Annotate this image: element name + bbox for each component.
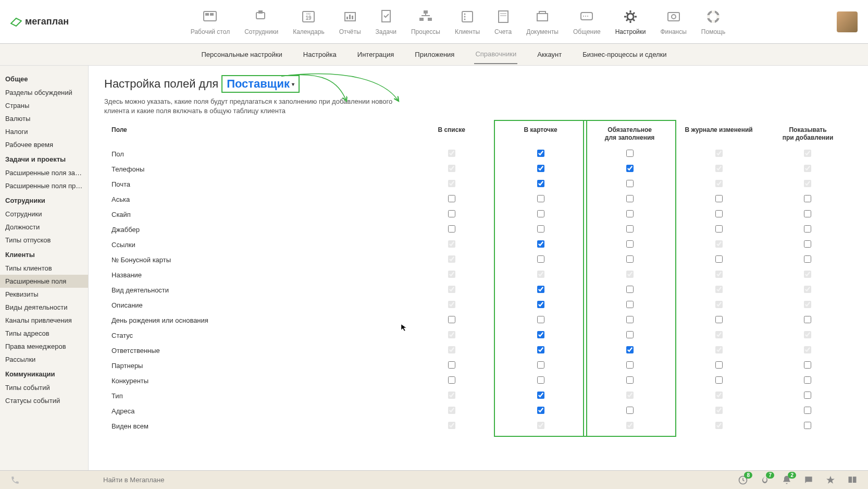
checkbox-c3[interactable] [626, 240, 634, 248]
checkbox-c3[interactable] [626, 165, 634, 172]
checkbox-c3[interactable] [626, 180, 634, 187]
checkbox-c2[interactable] [537, 376, 544, 384]
sidebar-item-Валюты[interactable]: Валюты [0, 112, 88, 125]
topnav-Рабочий стол[interactable]: Рабочий стол [191, 8, 230, 35]
checkbox-c2[interactable] [537, 316, 544, 323]
subtab-Настройка[interactable]: Настройка [302, 45, 338, 64]
checkbox-c2[interactable] [537, 210, 544, 217]
sidebar-item-Типы событий[interactable]: Типы событий [0, 381, 88, 394]
checkbox-c2[interactable] [537, 361, 544, 369]
checkbox-c2[interactable] [537, 150, 544, 157]
checkbox-c2[interactable] [537, 165, 544, 172]
checkbox-c3[interactable] [626, 195, 634, 202]
subtab-Бизнес-процессы и сделки[interactable]: Бизнес-процессы и сделки [581, 45, 667, 64]
sidebar-item-Должности[interactable]: Должности [0, 221, 88, 234]
checkbox-c4[interactable] [715, 225, 723, 233]
checkbox-c5[interactable] [804, 240, 811, 248]
checkbox-c2[interactable] [537, 180, 544, 187]
sidebar-item-Расширенные поля задач[interactable]: Расширенные поля задач [0, 166, 88, 179]
checkbox-c3[interactable] [626, 361, 634, 369]
checkbox-c5[interactable] [804, 392, 811, 399]
sidebar-item-Страны[interactable]: Страны [0, 99, 88, 112]
checkbox-c3[interactable] [626, 286, 634, 293]
sidebar-item-Каналы привлечения[interactable]: Каналы привлечения [0, 314, 88, 327]
sidebar-item-Налоги[interactable]: Налоги [0, 125, 88, 138]
topnav-Сотрудники[interactable]: Сотрудники [244, 8, 278, 35]
checkbox-c5[interactable] [804, 316, 811, 323]
sidebar-item-Рабочее время[interactable]: Рабочее время [0, 138, 88, 151]
checkbox-c2[interactable] [537, 195, 544, 202]
topnav-Помощь[interactable]: Помощь [701, 8, 725, 35]
checkbox-c4[interactable] [715, 376, 723, 384]
checkbox-c5[interactable] [804, 407, 811, 414]
checkbox-c5[interactable] [804, 422, 811, 429]
checkbox-c3[interactable] [626, 225, 634, 233]
checkbox-c4[interactable] [715, 255, 723, 263]
checkbox-c2[interactable] [537, 225, 544, 233]
topnav-Отчёты[interactable]: Отчёты [339, 8, 361, 35]
topnav-Клиенты[interactable]: Клиенты [455, 8, 480, 35]
topnav-Задачи[interactable]: Задачи [376, 8, 396, 35]
checkbox-c4[interactable] [715, 316, 723, 323]
checkbox-c2[interactable] [537, 301, 544, 308]
checkbox-c3[interactable] [626, 255, 634, 263]
checkbox-c5[interactable] [804, 255, 811, 263]
topnav-Финансы[interactable]: Финансы [660, 8, 686, 35]
sidebar-item-Типы клиентов[interactable]: Типы клиентов [0, 262, 88, 275]
checkbox-c1[interactable] [448, 210, 455, 217]
checkbox-c5[interactable] [804, 225, 811, 233]
checkbox-c2[interactable] [537, 407, 544, 414]
topnav-Документы[interactable]: Документы [526, 8, 559, 35]
checkbox-c5[interactable] [804, 361, 811, 369]
checkbox-c2[interactable] [537, 255, 544, 263]
subtab-Персональные настройки[interactable]: Персональные настройки [200, 45, 283, 64]
checkbox-c2[interactable] [537, 346, 544, 353]
checkbox-c1[interactable] [448, 195, 455, 202]
subtab-Приложения[interactable]: Приложения [414, 45, 455, 64]
sidebar-item-Сотрудники[interactable]: Сотрудники [0, 207, 88, 221]
topnav-Календарь[interactable]: апр19Календарь [293, 8, 325, 35]
checkbox-c2[interactable] [537, 392, 544, 399]
checkbox-c3[interactable] [626, 301, 634, 308]
subtab-Интеграция[interactable]: Интеграция [356, 45, 395, 64]
subtab-Аккаунт[interactable]: Аккаунт [536, 45, 563, 64]
checkbox-c5[interactable] [804, 195, 811, 202]
checkbox-c3[interactable] [626, 210, 634, 217]
checkbox-c4[interactable] [715, 210, 723, 217]
checkbox-c3[interactable] [626, 346, 634, 353]
sidebar-item-Расширенные поля проек...[interactable]: Расширенные поля проек... [0, 179, 88, 192]
avatar[interactable] [837, 11, 858, 32]
topnav-Настройки[interactable]: Настройки [615, 8, 646, 35]
checkbox-c3[interactable] [626, 407, 634, 414]
checkbox-c1[interactable] [448, 316, 455, 323]
sidebar-item-Рассылки[interactable]: Рассылки [0, 353, 88, 366]
checkbox-c5[interactable] [804, 210, 811, 217]
client-type-dropdown[interactable]: Поставщик [221, 75, 300, 93]
sidebar-item-Реквизиты[interactable]: Реквизиты [0, 288, 88, 301]
checkbox-c2[interactable] [537, 286, 544, 293]
sidebar-item-Виды деятельности[interactable]: Виды деятельности [0, 301, 88, 314]
sidebar-item-Статусы событий[interactable]: Статусы событий [0, 394, 88, 407]
checkbox-c2[interactable] [537, 240, 544, 248]
checkbox-c3[interactable] [626, 331, 634, 338]
checkbox-c4[interactable] [715, 361, 723, 369]
topnav-Счета[interactable]: Счета [494, 8, 512, 35]
checkbox-c1[interactable] [448, 361, 455, 369]
checkbox-c1[interactable] [448, 225, 455, 233]
topnav-Общение[interactable]: Общение [573, 8, 601, 35]
sidebar-item-Типы адресов[interactable]: Типы адресов [0, 327, 88, 340]
sidebar-item-Расширенные поля[interactable]: Расширенные поля [0, 275, 88, 288]
logo[interactable]: мегаплан [10, 16, 69, 27]
checkbox-c3[interactable] [626, 150, 634, 157]
checkbox-c5[interactable] [804, 376, 811, 384]
sidebar-item-Права менеджеров[interactable]: Права менеджеров [0, 340, 88, 353]
checkbox-c4[interactable] [715, 195, 723, 202]
sidebar-item-Типы отпусков[interactable]: Типы отпусков [0, 234, 88, 247]
checkbox-c1[interactable] [448, 376, 455, 384]
checkbox-c3[interactable] [626, 376, 634, 384]
checkbox-c2[interactable] [537, 331, 544, 338]
checkbox-c3[interactable] [626, 316, 634, 323]
sidebar-item-Разделы обсуждений[interactable]: Разделы обсуждений [0, 86, 88, 99]
topnav-Процессы[interactable]: Процессы [411, 8, 440, 35]
subtab-Справочники[interactable]: Справочники [474, 45, 517, 64]
